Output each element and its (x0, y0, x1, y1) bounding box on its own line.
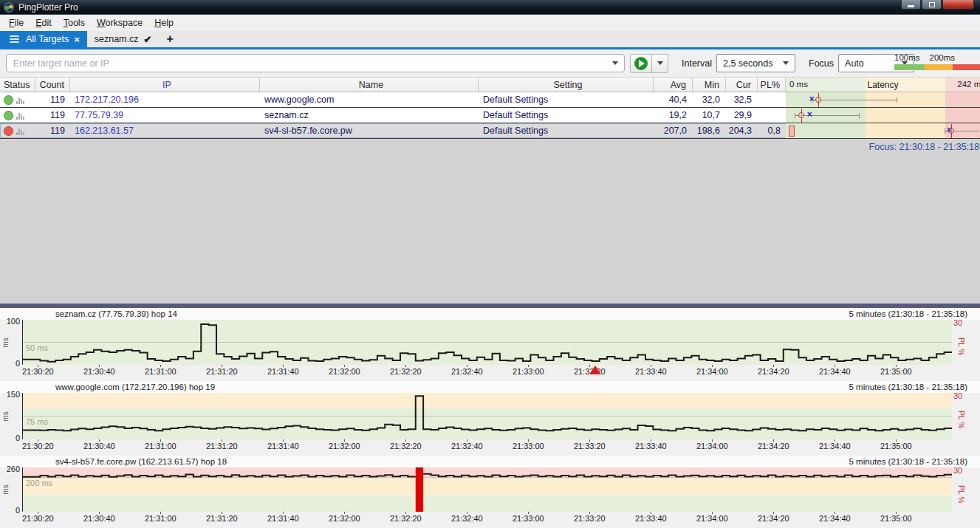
time-tick-label: 21:33:00 (513, 367, 544, 376)
maximize-button[interactable] (922, 0, 942, 10)
packet-loss-axis: 30 PL % (951, 467, 979, 512)
time-tick-label: 21:32:40 (451, 367, 483, 376)
time-tick-label: 21:32:00 (329, 367, 360, 376)
tab-close-icon[interactable]: × (74, 34, 80, 45)
y-axis: 150 ms 0 (0, 393, 22, 439)
time-tick-label: 21:30:40 (83, 514, 115, 523)
tab-all-targets[interactable]: All Targets × (0, 31, 87, 47)
time-tick-label: 21:32:00 (329, 442, 360, 450)
play-icon (634, 57, 648, 70)
tab-seznam[interactable]: seznam.cz ✔ (87, 31, 160, 47)
latency-plot[interactable]: 200 ms (22, 467, 951, 512)
time-tick-label: 21:30:20 (22, 367, 54, 376)
ip-link[interactable]: 162.213.61.57 (70, 123, 260, 138)
menu-tools[interactable]: Tools (58, 16, 91, 30)
title-bar[interactable]: PingPlotter Pro (0, 0, 980, 15)
latency-plot[interactable]: 75 ms (22, 393, 951, 439)
status-up-icon (4, 95, 13, 105)
graph-title: seznam.cz (77.75.79.39) hop 14 (55, 309, 177, 318)
menu-edit[interactable]: Edit (30, 16, 58, 30)
packet-loss-axis: 30 PL % (951, 320, 979, 365)
name-cell[interactable]: sv4-sl-b57.fe.core.pw (260, 123, 479, 138)
col-name[interactable]: Name (260, 78, 479, 92)
time-tick-label: 21:32:40 (451, 442, 483, 450)
table-row-selected[interactable]: 119 162.213.61.57 sv4-sl-b57.fe.core.pw … (0, 123, 980, 139)
time-tick-label: 21:31:40 (267, 442, 299, 450)
timeline-graph-core-pw[interactable]: sv4-sl-b57.fe.core.pw (162.213.61.57) ho… (0, 456, 980, 525)
close-button[interactable] (942, 0, 974, 10)
setting-cell[interactable]: Default Settings (479, 123, 654, 138)
avg-latency-marker (815, 97, 821, 103)
target-combobox[interactable] (6, 54, 625, 72)
menu-help[interactable]: Help (148, 16, 179, 30)
table-row[interactable]: 119 172.217.20.196 www.google.com Defaul… (0, 92, 980, 108)
whisker-cap (859, 113, 860, 118)
time-tick-label: 21:32:20 (390, 442, 422, 450)
table-row[interactable]: 119 77.75.79.39 seznam.cz Default Settin… (0, 108, 980, 123)
toolbar: Interval 2,5 seconds Focus Auto 100ms 20… (0, 49, 980, 77)
tab-bar: All Targets × seznam.cz ✔ + (0, 31, 980, 49)
name-cell[interactable]: www.google.com (260, 92, 479, 107)
minimize-button[interactable] (901, 0, 921, 10)
legend-100ms: 100ms (894, 53, 920, 62)
col-avg[interactable]: Avg (654, 78, 693, 92)
time-tick-label: 21:31:00 (145, 442, 177, 450)
graph-timespan: 5 minutes (21:30:18 - 21:35:18) (849, 309, 967, 318)
time-tick-label: 21:31:20 (206, 442, 238, 450)
chevron-down-icon[interactable] (612, 61, 618, 65)
pl-cell (758, 92, 786, 107)
ip-link[interactable]: 172.217.20.196 (70, 92, 260, 107)
count-cell: 119 (35, 108, 70, 123)
time-tick-label: 21:35:00 (880, 442, 912, 450)
latency-timeline-chart (23, 467, 952, 512)
count-cell: 119 (35, 92, 70, 107)
col-latency[interactable]: 0 ms Latency 242 ms (786, 78, 980, 92)
cur-cell: 204,3 (726, 123, 758, 138)
time-tick-label: 21:35:00 (880, 367, 912, 376)
avg-cell: 40,4 (654, 92, 693, 107)
menu-workspace[interactable]: Workspace (91, 16, 148, 30)
y-axis: 260 ms 0 (0, 467, 22, 512)
col-count[interactable]: Count (35, 78, 70, 92)
time-tick-label: 21:34:40 (819, 514, 851, 523)
table-header: Status Count IP Name Setting Avg Min Cur… (0, 77, 980, 92)
timeline-graph-google[interactable]: www.google.com (172.217.20.196) hop 19 5… (0, 381, 980, 453)
menu-bar: File Edit Tools Workspace Help (0, 15, 980, 31)
setting-cell[interactable]: Default Settings (479, 92, 654, 107)
time-tick-label: 21:32:20 (390, 514, 422, 523)
col-ip[interactable]: IP (70, 78, 260, 92)
timeline-graph-seznam[interactable]: seznam.cz (77.75.79.39) hop 14 5 minutes… (0, 308, 980, 378)
time-tick-label: 21:32:20 (390, 367, 422, 376)
latency-plot[interactable]: 50 ms (22, 320, 951, 365)
target-input[interactable] (6, 54, 625, 72)
hamburger-icon[interactable] (10, 35, 19, 43)
avg-latency-marker (798, 112, 804, 118)
name-cell[interactable]: seznam.cz (260, 108, 479, 123)
ip-link[interactable]: 77.75.79.39 (70, 108, 260, 123)
legend-200ms: 200ms (930, 53, 956, 62)
setting-cell[interactable]: Default Settings (479, 108, 654, 123)
interval-select[interactable]: 2,5 seconds (716, 54, 795, 72)
pl-cell: 0,8 (758, 123, 786, 138)
targets-table: Status Count IP Name Setting Avg Min Cur… (0, 77, 980, 139)
pingplotter-window: PingPlotter Pro File Edit Tools Workspac… (0, 0, 980, 528)
new-tab-button[interactable]: + (159, 31, 180, 47)
packet-loss-bar (416, 467, 423, 512)
start-trace-button[interactable] (630, 54, 652, 73)
time-tick-label: 21:32:00 (329, 514, 360, 523)
threshold-label: 75 ms (26, 417, 48, 426)
col-setting[interactable]: Setting (479, 78, 654, 92)
latency-max-label: 242 ms (957, 80, 980, 89)
time-tick-label: 21:35:00 (880, 514, 912, 523)
mini-graph-icon (16, 112, 24, 120)
start-options-dropdown[interactable] (652, 54, 668, 73)
col-cur[interactable]: Cur (726, 78, 758, 92)
threshold-label: 200 ms (26, 479, 52, 487)
col-pl[interactable]: PL% (758, 78, 786, 92)
latency-timeline-chart (23, 393, 952, 439)
col-min[interactable]: Min (693, 78, 726, 92)
latency-whisker-plot: × (786, 123, 980, 138)
menu-file[interactable]: File (3, 16, 30, 30)
latency-timeline-chart (23, 320, 952, 365)
col-status[interactable]: Status (0, 78, 35, 92)
